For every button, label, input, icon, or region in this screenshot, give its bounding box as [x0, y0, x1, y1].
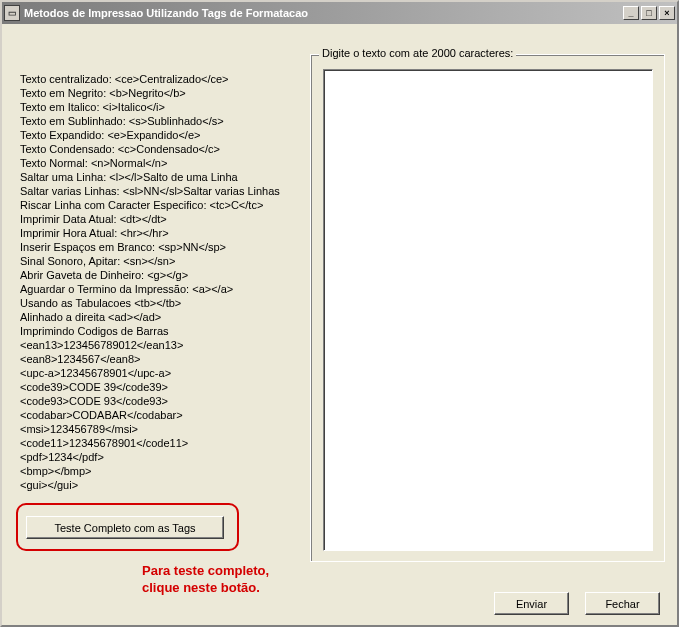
titlebar: ▭ Metodos de Impressao Utilizando Tags d…: [2, 2, 677, 24]
annotation-text: Para teste completo, clique neste botão.: [142, 562, 269, 596]
text-input[interactable]: [323, 69, 653, 551]
send-button[interactable]: Enviar: [494, 592, 569, 615]
app-icon: ▭: [4, 5, 20, 21]
maximize-button[interactable]: □: [641, 6, 657, 20]
minimize-button[interactable]: _: [623, 6, 639, 20]
window-title: Metodos de Impressao Utilizando Tags de …: [24, 7, 623, 19]
window-controls: _ □ ×: [623, 6, 675, 20]
annotation-line2: clique neste botão.: [142, 580, 260, 595]
test-all-tags-button[interactable]: Teste Completo com as Tags: [26, 516, 224, 539]
annotation-line1: Para teste completo,: [142, 563, 269, 578]
client-area: Texto centralizado: <ce>Centralizado</ce…: [2, 24, 677, 625]
app-window: ▭ Metodos de Impressao Utilizando Tags d…: [0, 0, 679, 627]
help-text: Texto centralizado: <ce>Centralizado</ce…: [20, 72, 310, 492]
close-form-button[interactable]: Fechar: [585, 592, 660, 615]
input-groupbox: Digite o texto com ate 2000 caracteres:: [310, 54, 665, 562]
groupbox-label: Digite o texto com ate 2000 caracteres:: [319, 47, 516, 59]
close-button[interactable]: ×: [659, 6, 675, 20]
